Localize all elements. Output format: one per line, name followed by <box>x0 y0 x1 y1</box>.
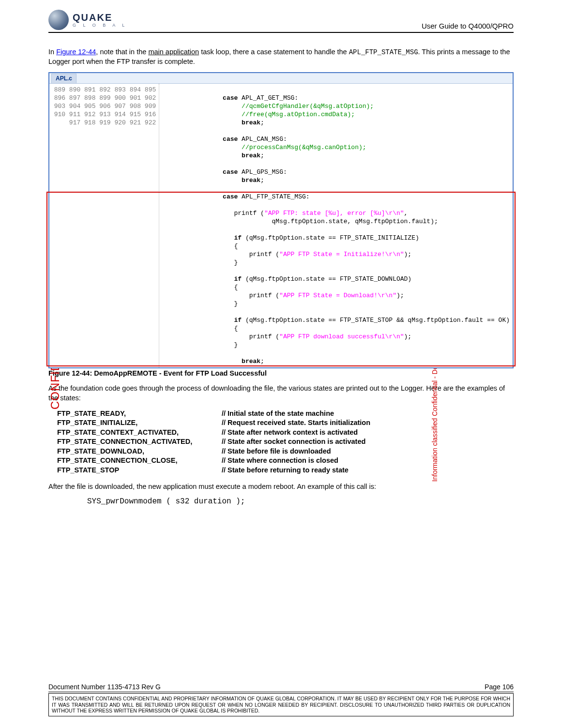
reboot-paragraph: After the file is downloaded, the new ap… <box>48 482 514 492</box>
intro-paragraph: In Figure 12-44, note that in the main a… <box>48 47 514 66</box>
page: CONFIDENTIAL Information classified Conf… <box>0 0 562 728</box>
logo-text: QUAKE G L O B A L <box>73 13 127 28</box>
states-intro: As the foundation code goes through the … <box>48 384 514 403</box>
text: In <box>48 48 56 56</box>
state-row: FTP_STATE_STOP// State before returning … <box>57 466 514 475</box>
logo-subbrand: G L O B A L <box>73 23 127 28</box>
state-desc: // State before returning to ready state <box>222 466 349 475</box>
editor-tab[interactable]: APL.c <box>51 74 76 83</box>
logo-globe-icon <box>48 10 69 30</box>
state-row: FTP_STATE_DOWNLOAD,// State before file … <box>57 447 514 456</box>
state-desc: // Initial state of the state machine <box>222 409 334 419</box>
code-inline: APL_FTP_STATE_MSG <box>349 48 418 56</box>
text: , note that in the <box>96 48 148 56</box>
state-name: FTP_STATE_CONNECTION_ACTIVATED, <box>57 437 222 447</box>
state-name: FTP_STATE_INITIALIZE, <box>57 418 222 428</box>
state-desc: // State after socket connection is acti… <box>222 437 365 447</box>
editor-tab-bar: APL.c <box>49 73 513 84</box>
text: task loop, there a case statement to han… <box>199 48 349 56</box>
page-footer: Document Number 1135-4713 Rev G Page 106… <box>48 683 514 716</box>
state-name: FTP_STATE_READY, <box>57 409 222 419</box>
figure-caption: Figure 12-44: DemoAppREMOTE - Event for … <box>48 369 514 377</box>
footer-disclaimer: THIS DOCUMENT CONTAINS CONFIDENTIAL AND … <box>48 693 514 716</box>
state-list: FTP_STATE_READY,// Initial state of the … <box>57 409 514 475</box>
state-name: FTP_STATE_STOP <box>57 466 222 475</box>
state-row: FTP_STATE_READY,// Initial state of the … <box>57 409 514 419</box>
state-name: FTP_STATE_CONTEXT_ACTIVATED, <box>57 428 222 438</box>
doc-title: User Guide to Q4000/QPRO <box>422 22 514 30</box>
code-window: APL.c 889 890 891 892 893 894 895 896 89… <box>48 72 514 368</box>
editor-body: 889 890 891 892 893 894 895 896 897 898 … <box>49 84 513 367</box>
page-number: Page 106 <box>485 683 514 691</box>
line-gutter: 889 890 891 892 893 894 895 896 897 898 … <box>49 84 159 367</box>
state-row: FTP_STATE_CONNECTION_CLOSE,// State wher… <box>57 456 514 466</box>
logo: QUAKE G L O B A L <box>48 10 127 30</box>
state-desc: // State where connection is closed <box>222 456 338 466</box>
state-desc: // State before file is downloaded <box>222 447 331 456</box>
doc-number: Document Number 1135-4713 Rev G <box>48 683 161 691</box>
state-row: FTP_STATE_INITIALIZE,// Request received… <box>57 418 514 428</box>
page-header: QUAKE G L O B A L User Guide to Q4000/QP… <box>48 0 514 33</box>
underlined-term: main application <box>148 48 199 56</box>
code-area: case APL_AT_GET_MSG: //qcmGetCfgHandler(… <box>159 84 513 367</box>
state-name: FTP_STATE_DOWNLOAD, <box>57 447 222 456</box>
state-name: FTP_STATE_CONNECTION_CLOSE, <box>57 456 222 466</box>
state-desc: // Request received state. Starts initia… <box>222 418 370 428</box>
state-row: FTP_STATE_CONNECTION_ACTIVATED,// State … <box>57 437 514 447</box>
state-desc: // State after network context is activa… <box>222 428 358 438</box>
state-row: FTP_STATE_CONTEXT_ACTIVATED,// State aft… <box>57 428 514 438</box>
logo-brand: QUAKE <box>73 13 127 22</box>
reboot-call-code: SYS_pwrDownmodem ( s32 duration ); <box>87 497 514 506</box>
figure-link[interactable]: Figure 12-44 <box>56 48 96 56</box>
footer-top: Document Number 1135-4713 Rev G Page 106 <box>48 683 514 692</box>
